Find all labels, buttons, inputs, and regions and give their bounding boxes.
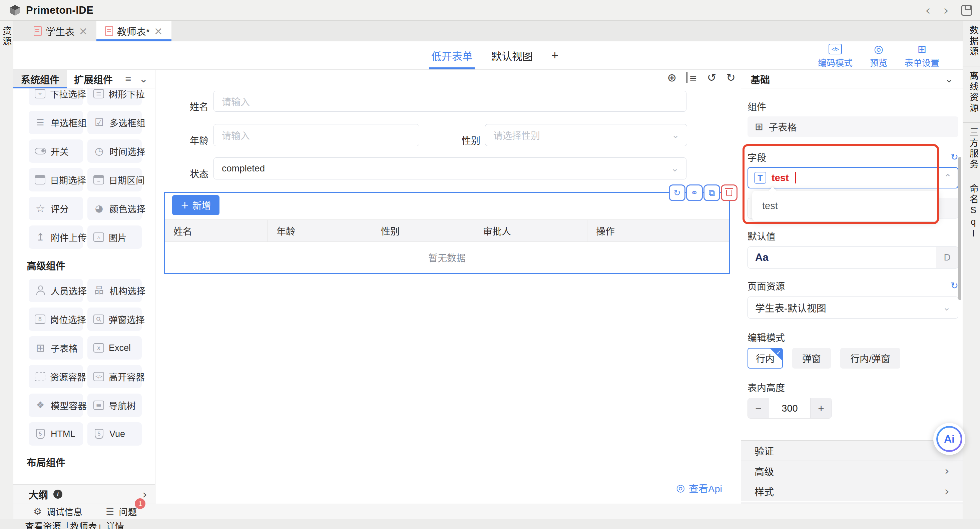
palette-scroll-area: 下拉选择 树形下拉 单选框组 多选框组 开关 时间选择 日期选择 日期区间 评分… <box>13 88 155 484</box>
problems-button[interactable]: 问题 1 <box>106 505 137 518</box>
add-view-button[interactable]: + <box>551 48 558 62</box>
palette-item-upload[interactable]: 附件上传 <box>29 226 83 249</box>
default-value-input[interactable]: Aa D <box>748 246 958 268</box>
back-icon[interactable]: ‹ <box>925 4 931 17</box>
refresh-resource-icon[interactable] <box>951 281 958 291</box>
dynamic-value-button[interactable]: D <box>936 247 958 268</box>
ai-assistant-button[interactable]: Ai <box>933 423 965 455</box>
subtable-component-selected[interactable]: + 新增 姓名 年龄 性别 审批人 操作 暂无数据 <box>164 192 730 274</box>
palette-item-model-container[interactable]: 模型容器 <box>29 394 83 417</box>
page-resource-select[interactable]: 学生表-默认视图 <box>748 297 958 319</box>
status-select[interactable]: completed <box>213 157 686 180</box>
rail-tab-third-party-service[interactable]: 三方服务 <box>963 123 980 179</box>
forward-icon[interactable]: › <box>943 4 949 17</box>
edit-mode-inline-button[interactable]: 行内 <box>748 348 783 369</box>
chevron-down-icon <box>945 74 953 84</box>
palette-item-resource-container[interactable]: 资源容器 <box>29 365 83 388</box>
sub-table-icon <box>755 122 763 132</box>
undo-icon[interactable] <box>707 72 716 83</box>
code-mode-button[interactable]: </> 编码模式 <box>818 43 853 68</box>
palette-item-color-picker[interactable]: 颜色选择 <box>88 197 142 220</box>
palette-item-dropdown-select[interactable]: 下拉选择 <box>29 88 83 105</box>
tab-extension-components[interactable]: 扩展组件 <box>67 70 120 88</box>
age-input[interactable]: 请输入 <box>213 124 419 146</box>
view-tab-default-view[interactable]: 默认视图 <box>492 41 533 69</box>
palette-item-nav-tree[interactable]: 导航树 <box>88 394 142 417</box>
inspector-scrollbar[interactable] <box>958 157 961 300</box>
tab-system-components[interactable]: 系统组件 <box>13 70 67 88</box>
refresh-fields-icon[interactable] <box>951 153 958 162</box>
field-combobox[interactable]: T test <box>748 167 958 189</box>
palette-item-html[interactable]: 5HTML <box>29 422 83 446</box>
form-settings-button[interactable]: 表单设置 <box>905 43 939 68</box>
palette-item-checkbox-group[interactable]: 多选框组 <box>88 111 142 134</box>
debug-info-button[interactable]: 调试信息 <box>33 505 83 518</box>
palette-item-vue[interactable]: 5Vue <box>88 422 142 446</box>
palette-item-procode-container[interactable]: 高开容器 <box>88 365 142 388</box>
subtable-header-row: 姓名 年龄 性别 审批人 操作 <box>165 219 729 242</box>
rail-tab-offline-resource[interactable]: 离线资源 <box>963 67 980 123</box>
file-tab-student-table[interactable]: 学生表 × <box>25 21 96 41</box>
dropdown-option-test[interactable]: test <box>752 191 938 221</box>
save-icon[interactable] <box>961 5 972 16</box>
palette-item-time-picker[interactable]: 时间选择 <box>88 140 142 163</box>
copy-component-button[interactable] <box>703 184 720 201</box>
palette-item-radio-group[interactable]: 单选框组 <box>29 111 83 134</box>
palette-item-image[interactable]: 图片 <box>88 226 142 249</box>
palette-menu-icon[interactable] <box>125 75 131 83</box>
rail-tab-named-sql[interactable]: 命名Sql <box>963 179 980 249</box>
increment-button[interactable]: + <box>811 398 832 418</box>
palette-item-user-select[interactable]: 人员选择 <box>29 279 83 302</box>
palette-item-org-select[interactable]: 机构选择 <box>88 279 142 302</box>
edit-mode-dialog-button[interactable]: 弹窗 <box>792 348 831 369</box>
palette-item-date-picker[interactable]: 日期选择 <box>29 168 83 191</box>
bind-component-button[interactable] <box>686 184 703 201</box>
html-icon: 5 <box>35 428 46 440</box>
outline-section-toggle[interactable]: 大纲 i <box>13 484 155 504</box>
field-label: 字段 <box>748 151 766 164</box>
decrement-button[interactable]: − <box>748 398 769 418</box>
palette-item-post-select[interactable]: 岗位选择 <box>29 308 83 331</box>
close-icon[interactable]: × <box>79 26 88 37</box>
outline-list-icon[interactable] <box>686 72 697 83</box>
name-input[interactable]: 请输入 <box>213 91 686 112</box>
add-row-button[interactable]: + 新增 <box>172 195 220 215</box>
palette-item-rate[interactable]: 评分 <box>29 197 83 220</box>
palette-item-dialog-select[interactable]: 弹窗选择 <box>88 308 142 331</box>
view-api-link[interactable]: 查看Api <box>676 481 722 495</box>
status-text: 查看资源「教师表」详情 <box>25 519 124 529</box>
palette-item-switch[interactable]: 开关 <box>29 140 83 163</box>
rail-tab-datasource[interactable]: 数据源 <box>963 21 980 67</box>
gender-select[interactable]: 请选择性别 <box>485 124 687 146</box>
palette-item-tree-select[interactable]: 树形下拉 <box>88 88 142 105</box>
view-tab-lowcode-form[interactable]: 低开表单 <box>431 41 473 69</box>
delete-component-button[interactable] <box>721 184 738 201</box>
close-icon[interactable]: × <box>154 26 163 37</box>
file-tab-strip: 学生表 × 教师表* × <box>13 21 963 41</box>
palette-item-date-range[interactable]: 日期区间 <box>88 168 142 191</box>
column-header: 操作 <box>587 220 729 241</box>
table-height-value[interactable]: 300 <box>769 398 811 418</box>
checkbox-group-icon <box>94 117 105 128</box>
chevron-down-icon[interactable] <box>139 74 148 84</box>
sync-component-button[interactable] <box>669 184 686 201</box>
inspector-header[interactable]: 基础 <box>741 70 963 88</box>
form-settings-icon <box>918 43 927 55</box>
status-bar: 查看资源「教师表」详情 <box>0 519 980 529</box>
advanced-section-toggle[interactable]: 高级 <box>741 461 963 481</box>
palette-item-sub-table[interactable]: 子表格 <box>29 336 83 359</box>
chevron-right-icon <box>945 465 949 477</box>
i18n-globe-icon[interactable] <box>667 72 677 83</box>
preview-button[interactable]: 预览 <box>870 43 887 68</box>
validation-section-toggle[interactable]: 验证 <box>741 440 963 461</box>
palette-item-excel[interactable]: Excel <box>88 336 142 359</box>
file-tab-label: 学生表 <box>46 24 75 38</box>
resources-rail-tab[interactable]: 资源 <box>0 26 13 48</box>
redo-icon[interactable] <box>726 72 735 83</box>
edit-mode-inline-dialog-button[interactable]: 行内/弹窗 <box>840 348 900 369</box>
app-title: Primeton-IDE <box>26 4 94 16</box>
file-tab-teacher-table[interactable]: 教师表* × <box>96 21 172 41</box>
problem-count-badge: 1 <box>135 498 145 509</box>
layout-components-title: 布局组件 <box>27 455 149 469</box>
style-section-toggle[interactable]: 样式 <box>741 481 963 501</box>
